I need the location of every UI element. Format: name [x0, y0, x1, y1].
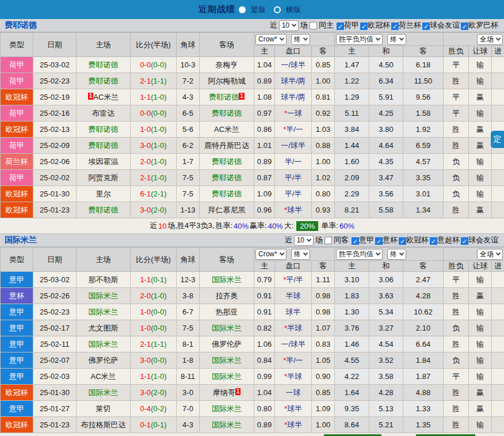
table-row: 意甲25-02-07佛罗伦萨3-0(0-0)1-8国际米兰0.84*半/一1.0… [1, 352, 504, 369]
league-checkbox[interactable]: ✓ [399, 237, 406, 245]
red-card-badge: 1 [88, 93, 94, 100]
match-type-badge: 意甲 [1, 401, 33, 417]
avg-away-odds: 6.18 [403, 57, 444, 73]
bookmaker-dropdown[interactable]: Crow* [255, 249, 287, 260]
home-team-name: 尤文图斯 [89, 324, 119, 332]
avg-home-odds: 1.44 [335, 138, 369, 154]
away-team-name: 国际米兰 [212, 356, 242, 365]
near-label: 近 [285, 235, 292, 245]
league-checkbox[interactable]: ✓ [337, 22, 344, 30]
wdl-average-dropdown[interactable]: 胜平负均值 [336, 249, 383, 260]
league-label[interactable]: 意超杯 [437, 236, 460, 244]
match-rows: 意甲25-03-02那不勒斯1-1(0-1)12-3国际米兰0.79*平/半1.… [1, 272, 504, 433]
match-type-badge: 意甲 [1, 369, 33, 385]
away-team: 佛罗伦萨 [200, 336, 254, 352]
league-label[interactable]: 欧冠杯 [406, 236, 429, 244]
corner-count: 1-8 [177, 352, 200, 369]
score-cell: 2-1(1-1) [131, 73, 177, 89]
home-team: 尤文图斯 [77, 320, 131, 336]
match-type-badge: 欧冠杯 [1, 186, 33, 202]
fulltime-score: 1-0 [140, 308, 151, 316]
league-label[interactable]: 球会友谊 [430, 21, 460, 29]
away-team-name: 费耶诺德 [212, 109, 242, 117]
home-team-name: 里尔 [96, 189, 111, 198]
league-label[interactable]: 欧冠杯 [368, 21, 390, 29]
odds-away: 1.07 [312, 320, 335, 336]
odds-time-dropdown[interactable]: 终 [291, 249, 310, 260]
avg-home-odds: 3.84 [335, 122, 369, 138]
handicap-text: 一球 [286, 388, 301, 397]
vertical-layout-label[interactable]: 竖版 [251, 5, 266, 15]
league-checkbox[interactable]: ✓ [422, 22, 430, 30]
halftime-score: (2-0) [151, 388, 166, 397]
bookmaker-dropdown[interactable]: Crow* [255, 34, 287, 45]
odds-time-dropdown[interactable]: 终 [291, 34, 310, 45]
away-team: 费耶诺德 [200, 170, 254, 186]
recent-count-dropdown[interactable]: 10 [294, 235, 314, 246]
col-type: 类型 [1, 248, 33, 272]
vertical-layout-radio[interactable] [239, 6, 246, 13]
wdl-time-dropdown[interactable]: 终 [387, 34, 406, 45]
home-team: 阿贾克斯 [77, 170, 131, 186]
handicap-line: *球半 [275, 202, 312, 218]
fulltime-score: 2-1 [140, 173, 151, 182]
home-team-name: 布拉格斯巴达 [81, 420, 126, 429]
league-checkbox[interactable]: ✓ [461, 22, 468, 30]
full-match-dropdown[interactable]: 全场 [477, 249, 503, 260]
league-checkbox[interactable]: ✓ [375, 237, 383, 245]
halftime-score: (0-0) [151, 109, 166, 117]
odds-away: 1.02 [312, 170, 335, 186]
handicap-line: *半/一 [275, 122, 312, 138]
subcol-1: 盘口 [275, 46, 312, 57]
full-match-dropdown[interactable]: 全场 [477, 34, 503, 45]
handicap-text: 半/一 [286, 356, 303, 365]
subcol-8: 进 [492, 46, 504, 57]
match-date: 25-03-02 [33, 57, 77, 73]
horizontal-layout-label[interactable]: 横版 [286, 5, 301, 15]
goals-cell-cutoff [492, 272, 504, 288]
same-venue-checkbox[interactable] [310, 22, 317, 29]
recent-count-dropdown[interactable]: 10 [279, 20, 299, 31]
result-cell: 负 [444, 320, 469, 336]
league-checkbox[interactable]: ✓ [461, 237, 468, 245]
cover-cell: 赢 [469, 385, 492, 401]
handicap-line: 一/球半 [275, 336, 312, 352]
corner-count: 6-7 [177, 304, 200, 320]
home-team: AC米兰 [77, 369, 131, 385]
same-venue-label: 同主 [319, 20, 334, 31]
league-checkbox[interactable]: ✓ [391, 22, 399, 30]
subcol-4: 和 [369, 261, 403, 272]
handicap-line: *球半 [275, 401, 312, 417]
handicap-line: 球半 [275, 304, 312, 320]
match-date: 25-01-23 [33, 417, 77, 433]
league-label[interactable]: 意杯 [383, 236, 398, 244]
pin-side-tab[interactable]: 定 [491, 131, 504, 148]
wdl-time-dropdown[interactable]: 终 [387, 249, 406, 260]
fulltime-score: 3-0 [140, 141, 151, 150]
league-checkbox[interactable]: ✓ [430, 237, 437, 245]
fulltime-score: 2-0 [140, 291, 151, 300]
home-team: 布雷达 [77, 105, 131, 122]
home-team: 埃因霍温 [77, 154, 131, 170]
league-label[interactable]: 荷甲 [344, 21, 359, 29]
avg-home-odds: 5.11 [335, 105, 369, 122]
table-row: 欧冠杯25-01-30里尔6-1(2-1)7-5费耶诺德1.09平/半0.802… [1, 186, 504, 202]
cover-cell: 赢 [469, 138, 492, 154]
avg-away-odds: 1.58 [403, 105, 444, 122]
league-checkbox[interactable]: ✓ [352, 237, 359, 245]
league-label[interactable]: 球会友谊 [468, 236, 498, 244]
league-label[interactable]: 荷兰杯 [399, 21, 421, 29]
wdl-average-dropdown[interactable]: 胜平负均值 [336, 34, 383, 45]
away-team-name: 国际米兰 [212, 420, 242, 429]
league-label[interactable]: 欧罗巴杯 [468, 21, 498, 29]
match-date: 25-02-17 [33, 320, 77, 336]
horizontal-layout-radio[interactable] [274, 6, 281, 13]
league-label[interactable]: 意甲 [359, 236, 374, 244]
cover-cell: 输 [469, 320, 492, 336]
odds-home: 0.89 [254, 73, 275, 89]
avg-draw-odds: 5.13 [369, 401, 403, 417]
cover-cell: 输 [469, 57, 492, 73]
same-venue-checkbox[interactable] [324, 237, 332, 244]
league-checkbox[interactable]: ✓ [360, 22, 368, 30]
avg-away-odds: 11.50 [403, 73, 444, 89]
